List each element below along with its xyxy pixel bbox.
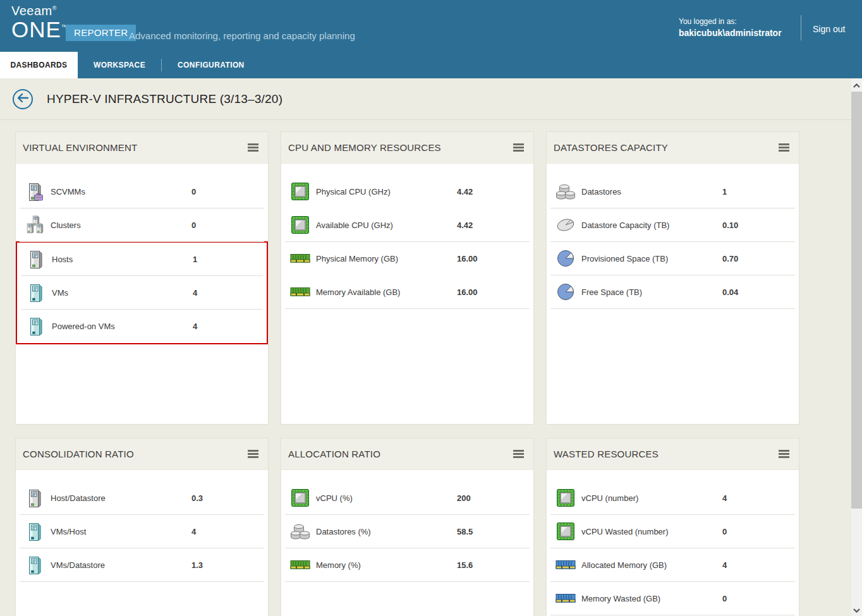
registered-mark: ® (52, 5, 57, 11)
metric-row[interactable]: Provisioned Space (TB)0.70 (550, 242, 795, 275)
disk-capacity-icon (555, 215, 576, 235)
metric-row[interactable]: Powered-on VMs4 (21, 310, 263, 343)
metric-value: 0 (722, 594, 727, 603)
metric-row[interactable]: Datastore Capacity (TB)0.10 (550, 208, 795, 242)
widget-body: SCVMMs0Clusters0Hosts1VMs4Powered-on VMs… (16, 164, 268, 344)
widget-menu-button[interactable] (513, 447, 524, 461)
metric-value: 200 (457, 493, 471, 503)
memory-green-icon (290, 282, 310, 302)
metric-row[interactable]: VMs/Datastore1.3 (20, 548, 264, 582)
metric-row[interactable]: Clusters0 (20, 208, 264, 242)
metric-row[interactable]: Physical CPU (GHz)4.42 (285, 175, 530, 208)
metric-row[interactable]: VMs4 (21, 276, 263, 310)
metric-value: 0.70 (722, 254, 738, 263)
widget-header: DATASTORES CAPACITY (547, 132, 799, 164)
metric-label: Memory Available (GB) (316, 287, 400, 297)
metric-value: 0 (191, 187, 196, 196)
memory-blue-icon (555, 555, 576, 575)
metric-value: 1.3 (191, 560, 203, 570)
widget-card-datastores-capacity: DATASTORES CAPACITYDatastores1Datastore … (546, 131, 799, 425)
login-label: You logged in as: (679, 17, 782, 26)
metric-value: 4 (193, 288, 197, 298)
memory-green-icon (290, 248, 310, 269)
chevron-down-icon (853, 604, 860, 615)
metric-value: 0.04 (722, 287, 738, 297)
datastore-stack-icon (290, 521, 310, 541)
metric-row[interactable]: vCPU Wasted (number)0 (550, 515, 795, 548)
scrollbar-thumb[interactable] (851, 92, 862, 509)
metric-label: Provisioned Space (TB) (581, 254, 668, 263)
vm-server-icon (26, 282, 46, 303)
page-title-bar: HYPER-V INFRASTRUCTURE (3/13–3/20) (0, 78, 862, 120)
hamburger-menu-icon (779, 143, 789, 152)
metric-row[interactable]: Datastores (%)58.5 (285, 515, 530, 548)
metric-row[interactable]: Hosts1 (21, 243, 263, 276)
metric-value: 16.00 (457, 254, 478, 263)
veeam-one-logo: Veeam® ONE™ (11, 4, 68, 40)
widget-menu-button[interactable] (248, 141, 258, 154)
widget-header: WASTED RESOURCES (547, 438, 799, 470)
metric-row[interactable]: Memory Wasted (GB)0 (550, 582, 795, 615)
widget-title: CONSOLIDATION RATIO (23, 449, 134, 459)
widget-body: Datastores1Datastore Capacity (TB)0.10Pr… (547, 164, 799, 309)
widget-body: Host/Datastore0.3VMs/Host4VMs/Datastore1… (16, 470, 268, 582)
widget-menu-button[interactable] (779, 447, 789, 461)
back-arrow-icon (17, 94, 28, 105)
metric-row[interactable]: SCVMMs0 (20, 175, 264, 208)
metric-value: 1 (193, 255, 197, 264)
widget-menu-button[interactable] (248, 447, 258, 461)
widget-menu-button[interactable] (779, 141, 789, 154)
widget-menu-button[interactable] (513, 141, 524, 154)
cpu-chip-icon (290, 488, 310, 508)
vm-server-icon (26, 316, 46, 336)
metric-row[interactable]: vCPU (%)200 (285, 481, 530, 515)
scroll-down-button[interactable] (851, 603, 862, 616)
metric-row[interactable]: Memory Available (GB)16.00 (285, 275, 530, 309)
host-server-icon (25, 488, 45, 508)
pie-chart-blue-icon (555, 248, 576, 269)
widget-card-virtual-environment: VIRTUAL ENVIRONMENTSCVMMs0Clusters0Hosts… (15, 131, 269, 425)
metric-label: VMs (52, 288, 68, 298)
scroll-up-button[interactable] (851, 78, 862, 91)
metric-value: 0 (191, 220, 196, 230)
widget-title: CPU AND MEMORY RESOURCES (288, 142, 441, 153)
widget-title: ALLOCATION RATIO (288, 449, 380, 459)
metric-row[interactable]: Memory (%)15.6 (285, 548, 530, 582)
tab-dashboards[interactable]: DASHBOARDS (0, 52, 78, 78)
metric-label: Clusters (51, 220, 81, 230)
tab-workspace[interactable]: WORKSPACE (78, 52, 161, 78)
hamburger-menu-icon (513, 450, 524, 458)
metric-row[interactable]: vCPU (number)4 (550, 481, 795, 515)
metric-row[interactable]: Free Space (TB)0.04 (550, 275, 795, 309)
metric-row[interactable]: Host/Datastore0.3 (20, 481, 264, 515)
tab-configuration[interactable]: CONFIGURATION (162, 52, 260, 78)
metric-value: 1 (722, 187, 727, 196)
metric-row[interactable]: Allocated Memory (GB)4 (550, 548, 795, 582)
metric-value: 0.10 (722, 220, 738, 230)
metric-value: 4 (191, 527, 196, 536)
vertical-scrollbar (851, 78, 862, 616)
metric-label: Physical Memory (GB) (316, 254, 398, 263)
cpu-chip-icon (555, 488, 576, 508)
widget-title: VIRTUAL ENVIRONMENT (23, 142, 137, 153)
back-button[interactable] (13, 89, 33, 109)
metric-row[interactable]: Physical Memory (GB)16.00 (285, 242, 530, 275)
metric-row[interactable]: Datastores1 (550, 175, 795, 208)
widget-header: VIRTUAL ENVIRONMENT (16, 132, 268, 164)
hamburger-menu-icon (248, 450, 258, 458)
metric-value: 4 (193, 322, 197, 331)
highlight-box: Hosts1VMs4Powered-on VMs4 (16, 241, 268, 344)
metric-label: Memory (%) (316, 560, 361, 570)
metric-value: 4.42 (457, 187, 473, 196)
sign-out-button[interactable]: Sign out (813, 24, 845, 34)
hamburger-menu-icon (779, 450, 789, 458)
metric-value: 58.5 (457, 527, 473, 536)
metric-row[interactable]: VMs/Host4 (20, 515, 264, 548)
host-server-icon (26, 249, 46, 269)
metric-row[interactable]: Available CPU (GHz)4.42 (285, 208, 530, 242)
metric-label: VMs/Host (51, 527, 86, 536)
cpu-chip-icon (555, 521, 576, 541)
pie-chart-blue-icon (555, 282, 576, 302)
memory-blue-icon (555, 588, 576, 608)
main-nav: DASHBOARDS WORKSPACE CONFIGURATION (0, 52, 862, 78)
